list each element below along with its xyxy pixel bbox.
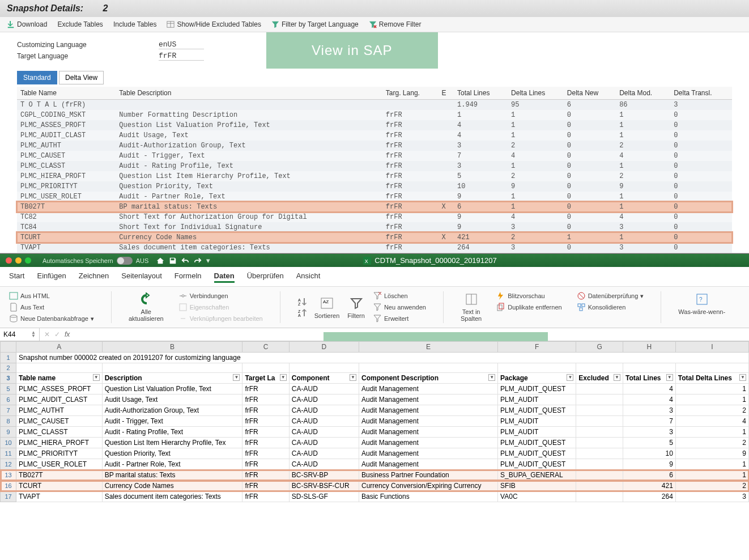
cell[interactable]: 5	[623, 438, 676, 448]
neu-anwenden-button[interactable]: Neu anwenden	[373, 303, 426, 312]
cell[interactable]: PLM_AUDIT	[498, 394, 576, 405]
table-header-cell[interactable]: Table name▼	[16, 373, 103, 384]
ribbon-tab-formeln[interactable]: Formeln	[175, 270, 202, 283]
excel-grid[interactable]: ABCDEFGHI 1Snapshot number 000002 create…	[0, 341, 749, 502]
table-row[interactable]: 16TCURTCurrency Code NamesfrFRBC-SRV-BSF…	[1, 481, 749, 491]
cell[interactable]: PLMC_CAUSET	[16, 416, 103, 427]
cell[interactable]: 264	[623, 491, 676, 502]
col-header[interactable]: A	[16, 342, 103, 353]
cell[interactable]: 10	[623, 448, 676, 459]
cell[interactable]: frFR	[242, 438, 289, 448]
cell[interactable]: SD-SLS-GF	[289, 491, 359, 502]
cell[interactable]: Audit Management	[359, 416, 498, 427]
home-icon[interactable]	[156, 257, 164, 265]
cell[interactable]	[576, 405, 623, 416]
toggle-off-icon[interactable]	[117, 257, 133, 265]
col-header[interactable]: C	[242, 342, 289, 353]
cell[interactable]: Sales document item categories: Texts	[102, 491, 242, 502]
cell[interactable]: CA-AUD	[289, 405, 359, 416]
maximize-icon[interactable]	[25, 257, 31, 264]
filter-dropdown-icon[interactable]: ▼	[93, 374, 100, 381]
cell[interactable]	[359, 363, 498, 373]
cell[interactable]	[576, 384, 623, 394]
name-box-stepper[interactable]: ▲▼	[31, 331, 36, 338]
sap-col-header[interactable]: Delta Mod.	[616, 87, 670, 100]
loeschen-button[interactable]: Löschen	[373, 291, 426, 300]
sap-col-header[interactable]: Delta New	[564, 87, 616, 100]
filter-dropdown-icon[interactable]: ▼	[614, 374, 620, 381]
cell[interactable]: 1	[675, 470, 748, 481]
col-header[interactable]: H	[623, 342, 676, 353]
cell[interactable]: CA-AUD	[289, 438, 359, 448]
cell[interactable]	[576, 363, 623, 373]
col-header[interactable]: D	[289, 342, 359, 353]
sap-row[interactable]: TC82Short Text for Authorization Group f…	[17, 212, 732, 222]
cell[interactable]: frFR	[242, 384, 289, 394]
cell[interactable]	[576, 491, 623, 502]
cell[interactable]: Audit-Authorization Group, Text	[102, 405, 242, 416]
cell[interactable]: Audit Management	[359, 394, 498, 405]
cell[interactable]: S_BUPA_GENERAL	[498, 470, 576, 481]
filtern-button[interactable]: Filtern	[347, 295, 365, 319]
cell[interactable]: PLMC_AUTHT	[16, 405, 103, 416]
row-header[interactable]: 11	[1, 448, 16, 459]
cell[interactable]: 4	[675, 416, 748, 427]
cell[interactable]	[242, 363, 289, 373]
col-header[interactable]: I	[675, 342, 748, 353]
eigenschaften-button[interactable]: Eigenschaften	[178, 303, 263, 312]
cell[interactable]	[576, 394, 623, 405]
remove-filter-button[interactable]: Remove Filter	[369, 20, 422, 28]
cell[interactable]: CA-AUD	[289, 427, 359, 438]
row-header[interactable]: 10	[1, 438, 16, 448]
cell[interactable]: PLMC_HIERA_PROFT	[16, 438, 103, 448]
sap-row[interactable]: PLMC_CLASSTAudit - Rating Profile, Textf…	[17, 161, 732, 171]
row-header[interactable]: 13	[1, 470, 16, 481]
cell[interactable]: CA-AUD	[289, 384, 359, 394]
datenueberpruefung-button[interactable]: Datenüberprüfung ▾	[577, 291, 644, 300]
table-header-cell[interactable]: Target La▼	[242, 373, 289, 384]
sap-row[interactable]: TCURTCurrency Code NamesfrFRX4212110	[17, 232, 732, 243]
filter-dropdown-icon[interactable]: ▼	[233, 374, 240, 381]
exclude-tables-button[interactable]: Exclude Tables	[57, 20, 103, 28]
sap-row[interactable]: PLMC_PRIORITYTQuestion Priority, TextfrF…	[17, 181, 732, 192]
filter-dropdown-icon[interactable]: ▼	[488, 374, 495, 381]
cell[interactable]	[675, 363, 748, 373]
table-row[interactable]: 11PLMC_PRIORITYTQuestion Priority, Textf…	[1, 448, 749, 459]
cell[interactable]: frFR	[242, 481, 289, 491]
name-box[interactable]: K44 ▲▼	[0, 328, 40, 341]
row-header[interactable]: 16	[1, 481, 16, 491]
cell[interactable]: 1	[675, 427, 748, 438]
cell[interactable]: PLMC_CLASST	[16, 427, 103, 438]
table-row[interactable]: 7PLMC_AUTHTAudit-Authorization Group, Te…	[1, 405, 749, 416]
table-row[interactable]: 17TVAPTSales document item categories: T…	[1, 491, 749, 502]
cell[interactable]: TCURT	[16, 481, 103, 491]
cell[interactable]: 9	[623, 459, 676, 470]
autosave-toggle[interactable]: Automatisches Speichern AUS	[42, 257, 148, 265]
alle-aktualisieren-button[interactable]: Alle aktualisieren	[129, 291, 164, 323]
row-header[interactable]: 12	[1, 459, 16, 470]
cell[interactable]: Audit - Trigger, Text	[102, 416, 242, 427]
cell[interactable]: PLM_AUDIT_QUEST	[498, 405, 576, 416]
sap-row[interactable]: T O T A L (frFR)1.949956863	[17, 100, 732, 111]
sap-row[interactable]: PLMC_AUTHTAudit-Authorization Group, Tex…	[17, 141, 732, 151]
cell[interactable]: Question Priority, Text	[102, 448, 242, 459]
col-header[interactable]: B	[102, 342, 242, 353]
cell[interactable]: Question List Valuation Profile, Text	[102, 384, 242, 394]
ribbon-tab-einfügen[interactable]: Einfügen	[37, 270, 66, 283]
cell[interactable]	[576, 427, 623, 438]
cell[interactable]: 421	[623, 481, 676, 491]
table-header-cell[interactable]: Excluded▼	[576, 373, 623, 384]
ribbon-tab-ansicht[interactable]: Ansicht	[296, 270, 321, 283]
ribbon-tab-überprüfen[interactable]: Überprüfen	[247, 270, 284, 283]
formula-input[interactable]: Exported Table Data	[74, 332, 749, 337]
redo-icon[interactable]	[194, 257, 202, 265]
text-in-spalten-button[interactable]: Text in Spalten	[461, 291, 482, 323]
cell[interactable]: Audit Management	[359, 438, 498, 448]
row-header[interactable]: 6	[1, 394, 16, 405]
cell[interactable]: TVAPT	[16, 491, 103, 502]
cell[interactable]: CA-AUD	[289, 448, 359, 459]
sap-col-header[interactable]: Delta Lines	[508, 87, 564, 100]
table-row[interactable]: 9PLMC_CLASSTAudit - Rating Profile, Text…	[1, 427, 749, 438]
cell[interactable]: Snapshot number 000002 created on 201912…	[16, 353, 749, 363]
cell[interactable]	[576, 459, 623, 470]
